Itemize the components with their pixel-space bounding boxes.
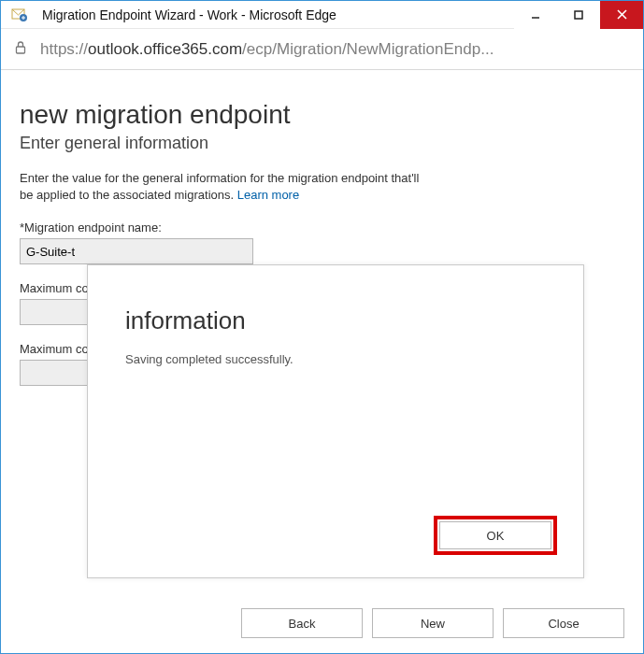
- endpoint-name-field: *Migration endpoint name:: [20, 220, 624, 264]
- dialog-title: information: [125, 306, 551, 335]
- endpoint-name-label: *Migration endpoint name:: [20, 220, 624, 235]
- learn-more-link[interactable]: Learn more: [237, 188, 299, 202]
- wizard-footer: Back New Close: [241, 608, 624, 638]
- page-title: new migration endpoint: [20, 100, 624, 130]
- close-button[interactable]: Close: [503, 608, 624, 638]
- url-path: /ecp/Migration/NewMigrationEndp...: [242, 40, 494, 58]
- info-dialog: information Saving completed successfull…: [87, 264, 584, 578]
- page-subtitle: Enter general information: [20, 134, 624, 153]
- minimize-button[interactable]: [514, 1, 557, 29]
- endpoint-name-input[interactable]: [20, 238, 253, 264]
- svg-rect-6: [17, 47, 25, 53]
- close-window-button[interactable]: [600, 1, 643, 29]
- ok-highlight: OK: [434, 516, 557, 555]
- lock-icon: [14, 40, 27, 59]
- wizard-content: new migration endpoint Enter general inf…: [1, 70, 643, 653]
- window-title: Migration Endpoint Wizard - Work - Micro…: [42, 7, 514, 22]
- window-controls: [514, 1, 643, 29]
- dialog-message: Saving completed successfully.: [125, 352, 551, 366]
- back-button[interactable]: Back: [241, 608, 363, 638]
- window-frame: Migration Endpoint Wizard - Work - Micro…: [0, 0, 644, 654]
- dialog-footer: OK: [434, 516, 557, 555]
- intro-text-block: Enter the value for the general informat…: [20, 170, 422, 204]
- url-text: https://outlook.office365.com/ecp/Migrat…: [40, 40, 630, 59]
- svg-rect-3: [575, 11, 582, 19]
- url-host: outlook.office365.com: [88, 40, 242, 58]
- new-button[interactable]: New: [372, 608, 494, 638]
- maximize-button[interactable]: [557, 1, 600, 29]
- app-icon: [7, 2, 33, 28]
- url-prefix: https://: [40, 40, 88, 58]
- titlebar: Migration Endpoint Wizard - Work - Micro…: [1, 1, 643, 29]
- ok-button[interactable]: OK: [439, 521, 551, 549]
- intro-text: Enter the value for the general informat…: [20, 171, 419, 202]
- address-bar[interactable]: https://outlook.office365.com/ecp/Migrat…: [1, 29, 643, 70]
